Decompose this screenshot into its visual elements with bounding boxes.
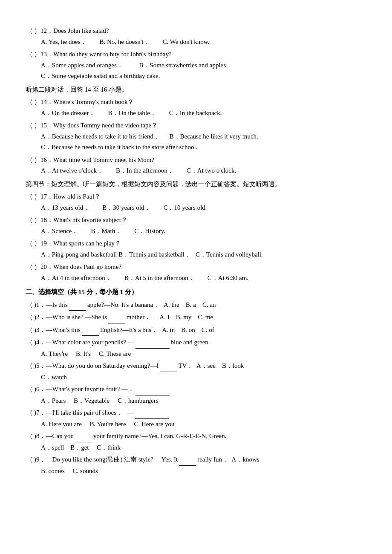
- q12-text: Does John like salad?: [53, 26, 109, 37]
- section2-header: 听第二段对话，回答 14 至 16 小题。: [26, 84, 366, 95]
- q13-optC: C．Some vegetable salad and a birthday ca…: [41, 71, 366, 82]
- p3-num: )3．: [34, 325, 46, 336]
- p8-num: )8．: [34, 431, 46, 442]
- q13-num: ）13．: [34, 49, 53, 60]
- part2-q1: （ )1． —Is this apple?—No. It's a banana．…: [26, 300, 366, 311]
- q14-optA: A．On the dresser．: [41, 108, 95, 119]
- q18-text: What's his favorite subject？: [53, 215, 127, 226]
- q14-options: A．On the dresser． B．On the table． C．In t…: [41, 108, 366, 119]
- q14-optB: B．On the table．: [108, 108, 156, 119]
- question-16: （ ）16． What time will Tommy meet his Mom…: [26, 155, 366, 176]
- q17-text: How old is Paul？: [53, 191, 101, 202]
- q16-optA: A．At twelve o'clock．: [41, 165, 103, 176]
- q16-text: What time will Tommy meet his Mom?: [53, 155, 154, 166]
- q19-optB: B．Tennis and basketball．: [118, 251, 191, 258]
- q20-optA: A．At 4 in the afternoon．: [41, 273, 112, 284]
- q15-optC: C．Because he needs to take it back to th…: [41, 142, 366, 153]
- q18-num: ）18．: [34, 215, 53, 226]
- q12-optC: C. We don't know.: [163, 37, 210, 48]
- q20-options: A．At 4 in the afternoon． B．At 5 in the a…: [41, 273, 366, 284]
- part2-q6: （ )6． —What's your favorite fruit? —． A．…: [26, 384, 366, 406]
- q19-options: A．Ping-pong and basketball B．Tennis and …: [41, 249, 366, 260]
- q15-text: Why does Tommy need the video tape？: [53, 120, 158, 131]
- q18-optB: B．Math．: [91, 226, 121, 237]
- q14-optC: C．In the backpack.: [169, 108, 222, 119]
- q15-optA: A．Because he needs to take it to his fri…: [41, 133, 160, 140]
- q17-optB: B．30 years old．: [102, 202, 150, 214]
- q16-num: ）16．: [34, 155, 53, 166]
- p5-num: )5．: [34, 361, 46, 372]
- section3-header: 第四节：短文理解。听一篇短文，根据短文内容及问题，选出一个正确答案。短文听两遍。: [26, 179, 366, 190]
- part2-q7: （ )7． —I'll take this pair of shoes． — A…: [26, 407, 366, 430]
- part2-q9: （ )9． —Do you like the song(歌曲) 江南 style…: [26, 454, 366, 476]
- q13-text: What do they want to buy for John's birt…: [53, 49, 172, 60]
- q12-num: ）12．: [34, 26, 53, 37]
- question-18: （ ）18． What's his favorite subject？ A．Sc…: [26, 215, 366, 237]
- q19-optC: C．Tennis and volleyball.: [196, 251, 263, 258]
- q17-options: A．13 years old． B．30 years old． C．10 yea…: [41, 202, 366, 214]
- question-14: （ ）14． Where's Tommy's math book？ A．On t…: [26, 97, 366, 118]
- q20-num: ）20．: [34, 262, 53, 273]
- q15-num: ）15．: [34, 120, 53, 131]
- q19-optA: A．Ping-pong and basketball: [41, 251, 117, 258]
- q15-optAB: A．Because he needs to take it to his fri…: [41, 131, 366, 142]
- q17-num: ）17．: [34, 191, 53, 202]
- q15-optB: B．Because he likes it very much.: [170, 133, 258, 140]
- q18-options: A．Science． B．Math． C．History.: [41, 226, 366, 237]
- part2-header: 二、选择填空（共 15 分，每小题 1 分）: [26, 287, 366, 298]
- question-17: （ ）17． How old is Paul？ A．13 years old． …: [26, 191, 366, 213]
- q17-optA: A．13 years old．: [41, 202, 89, 214]
- q18-optA: A．Science．: [41, 226, 78, 237]
- q18-optC: C．History.: [134, 226, 165, 237]
- part2-q8: （ )8． —Can you your family name?—Yes, I …: [26, 431, 366, 453]
- q13-optB: B．Some strawberries and apples．: [139, 62, 232, 69]
- part2-q5: （ )5． —What do you do on Saturday evenin…: [26, 361, 366, 383]
- q12-options: A. Yes, he does． B. No, he doesn't． C. W…: [41, 37, 366, 48]
- question-19: （ ）19． What sports can he play？ A．Ping-p…: [26, 238, 366, 260]
- p9-num: )9．: [34, 454, 46, 465]
- p4-num: )4．: [34, 337, 46, 348]
- part2-q4: （ )4． —What color are your pencils? — bl…: [26, 337, 366, 359]
- q12-optA: A. Yes, he does．: [41, 37, 87, 48]
- q19-num: ）19．: [34, 238, 53, 249]
- q17-optC: C．10 years old.: [163, 202, 207, 214]
- q16-options: A．At twelve o'clock． B．In the afternoon．…: [41, 165, 366, 176]
- q16-optC: C．At two o'clock.: [187, 165, 236, 176]
- q13-optAB: A．Some apples and oranges． B．Some strawb…: [41, 60, 366, 71]
- q13-optA: A．Some apples and oranges．: [41, 62, 123, 69]
- question-15: （ ）15． Why does Tommy need the video tap…: [26, 120, 366, 153]
- question-13: （ ）13． What do they want to buy for John…: [26, 49, 366, 82]
- part2-q3: （ )3． —What's this English?—It's a bus． …: [26, 325, 366, 336]
- q20-optB: B．At 5 in the afternoon．: [124, 273, 195, 284]
- p6-num: )6．: [34, 384, 46, 395]
- p2-num: )2．: [34, 312, 46, 323]
- q12-optB: B. No, he doesn't．: [100, 37, 150, 48]
- question-12: （ ）12． Does John like salad? A. Yes, he …: [26, 26, 366, 47]
- q20-text: When does Paul go home?: [53, 262, 121, 273]
- q19-text: What sports can he play？: [53, 238, 121, 249]
- q14-num: ）14．: [34, 97, 53, 108]
- question-20: （ ）20． When does Paul go home? A．At 4 in…: [26, 262, 366, 283]
- q20-optC: C．At 6:30 am.: [208, 273, 248, 284]
- p7-num: )7．: [34, 407, 46, 418]
- q14-text: Where's Tommy's math book？: [53, 97, 134, 108]
- p1-num: )1．: [34, 300, 46, 311]
- part2-q2: （ )2． —Who is she? —She is mother． A. I …: [26, 312, 366, 323]
- q16-optB: B．In the afternoon．: [116, 165, 174, 176]
